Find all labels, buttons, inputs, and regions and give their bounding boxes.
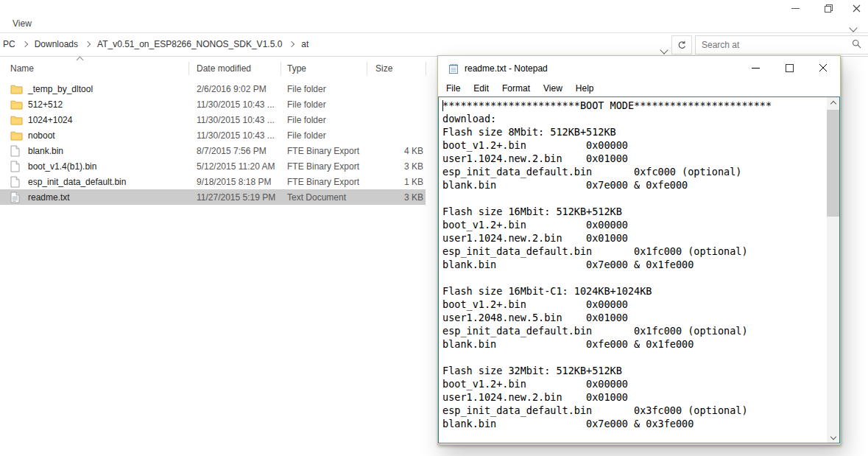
maximize-icon [786,64,794,72]
menu-view[interactable]: View [537,83,569,94]
file-type: FTE Binary Export ... [278,161,360,172]
chevron-up-icon [830,100,836,106]
file-row[interactable]: _temp_by_dltool2/6/2016 9:02 PMFile fold… [0,81,426,97]
folder-icon [10,99,24,111]
ribbon-tab-view[interactable]: View [13,18,32,29]
file-row[interactable]: 1024+102411/30/2015 10:43 ...File folder [0,112,426,127]
file-date-modified: 5/12/2015 11:20 AM [188,161,278,172]
file-name: blank.bin [28,146,63,156]
search-input[interactable]: Search at [695,35,868,55]
address-dropdown-button[interactable] [661,43,667,56]
explorer-minimize-button[interactable] [779,0,812,16]
breadcrumb-item[interactable]: AT_v0.51_on_ESP8266_NONOS_SDK_V1.5.0 [97,39,282,49]
chevron-down-icon [849,24,857,32]
file-size: 4 KB [360,146,426,156]
search-icon [852,38,861,52]
notepad-minimize-button[interactable] [739,56,772,80]
refresh-icon [677,41,687,50]
close-icon [819,63,828,72]
column-divider[interactable] [188,62,189,75]
column-divider[interactable] [280,62,281,75]
file-row[interactable]: noboot11/30/2015 10:43 ...File folder [0,127,426,143]
file-type: FTE Binary Export ... [278,177,360,187]
minimize-icon [791,8,800,9]
column-header-size[interactable]: Size [375,63,392,74]
file-size: 3 KB [360,192,426,203]
chevron-down-icon [830,433,836,439]
chevron-right-icon [289,41,294,47]
breadcrumb-item[interactable]: PC [3,39,15,49]
column-header-name[interactable]: Name [10,63,34,74]
folder-icon [10,130,24,141]
file-name: esp_init_data_default.bin [28,177,126,187]
file-name: 512+512 [28,99,63,110]
notepad-menubar: FileEditFormatViewHelp [440,80,840,97]
file-type: File folder [278,115,360,125]
file-date-modified: 9/18/2015 8:18 PM [188,177,278,187]
notepad-titlebar[interactable]: readme.txt - Notepad [438,56,840,80]
column-header-date-modified[interactable]: Date modified [197,63,251,74]
notepad-edit-area[interactable]: ***********************BOOT MODE********… [438,97,840,443]
file-name: readme.txt [28,192,70,203]
explorer-restore-button[interactable] [812,0,845,16]
scroll-up-button[interactable] [827,97,839,110]
file-type: File folder [278,84,360,94]
menu-file[interactable]: File [440,83,467,94]
file-name: noboot [28,130,55,141]
file-name: boot_v1.4(b1).bin [28,161,96,172]
breadcrumb-item[interactable]: at [301,39,308,49]
search-placeholder: Search at [696,40,852,50]
notepad-window-title: readme.txt - Notepad [465,63,548,74]
file-icon [10,161,24,172]
refresh-button[interactable] [671,35,692,55]
file-date-modified: 11/30/2015 10:43 ... [188,99,278,110]
close-icon [853,4,861,13]
explorer-close-button[interactable] [845,0,868,16]
menu-edit[interactable]: Edit [467,83,495,94]
notepad-close-button[interactable] [806,56,839,80]
chevron-right-icon [85,41,91,47]
file-type: File folder [278,130,360,141]
file-icon [10,145,24,157]
explorer-address-row: PCDownloadsAT_v0.51_on_ESP8266_NONOS_SDK… [0,33,868,57]
file-date-modified: 2/6/2016 9:02 PM [188,84,278,94]
file-date-modified: 11/27/2015 5:19 PM [188,192,278,203]
scroll-down-button[interactable] [827,430,839,443]
notepad-text[interactable]: ***********************BOOT MODE********… [439,97,839,430]
file-row[interactable]: boot_v1.4(b1).bin5/12/2015 11:20 AMFTE B… [0,158,426,174]
notepad-window: readme.txt - Notepad FileEditFormatViewH… [437,55,841,445]
explorer-titlebar [0,0,868,16]
file-type: FTE Binary Export ... [278,146,360,156]
file-date-modified: 11/30/2015 10:43 ... [188,115,278,125]
file-icon [10,176,24,188]
menu-help[interactable]: Help [569,83,601,94]
explorer-ribbon: View [0,16,868,33]
minimize-icon [752,68,760,69]
scrollbar-thumb[interactable] [827,110,839,217]
column-header-type[interactable]: Type [287,63,306,74]
ribbon-collapse-button[interactable] [850,21,856,34]
file-date-modified: 8/7/2015 7:56 PM [188,146,278,156]
file-list-header: Name Date modified Type Size [0,60,431,77]
file-type: File folder [278,99,360,110]
notepad-scrollbar[interactable] [827,97,839,443]
file-row[interactable]: 512+51211/30/2015 10:43 ...File folder [0,97,426,112]
file-name: 1024+1024 [28,115,72,125]
sort-ascending-icon [77,57,84,64]
breadcrumb-item[interactable]: Downloads [35,39,78,49]
file-type: Text Document [278,192,360,203]
folder-icon [10,83,24,95]
chevron-down-icon [660,46,668,54]
file-row[interactable]: blank.bin8/7/2015 7:56 PMFTE Binary Expo… [0,143,426,158]
restore-icon [825,4,833,13]
text-icon [10,192,24,203]
notepad-maximize-button[interactable] [773,56,806,80]
notepad-app-icon [448,63,459,74]
file-row[interactable]: esp_init_data_default.bin9/18/2015 8:18 … [0,174,426,189]
file-name: _temp_by_dltool [28,84,93,94]
file-list: _temp_by_dltool2/6/2016 9:02 PMFile fold… [0,81,426,205]
column-divider[interactable] [426,62,426,75]
file-row[interactable]: readme.txt11/27/2015 5:19 PMText Documen… [0,189,426,205]
menu-format[interactable]: Format [495,83,537,94]
column-divider[interactable] [367,62,367,75]
